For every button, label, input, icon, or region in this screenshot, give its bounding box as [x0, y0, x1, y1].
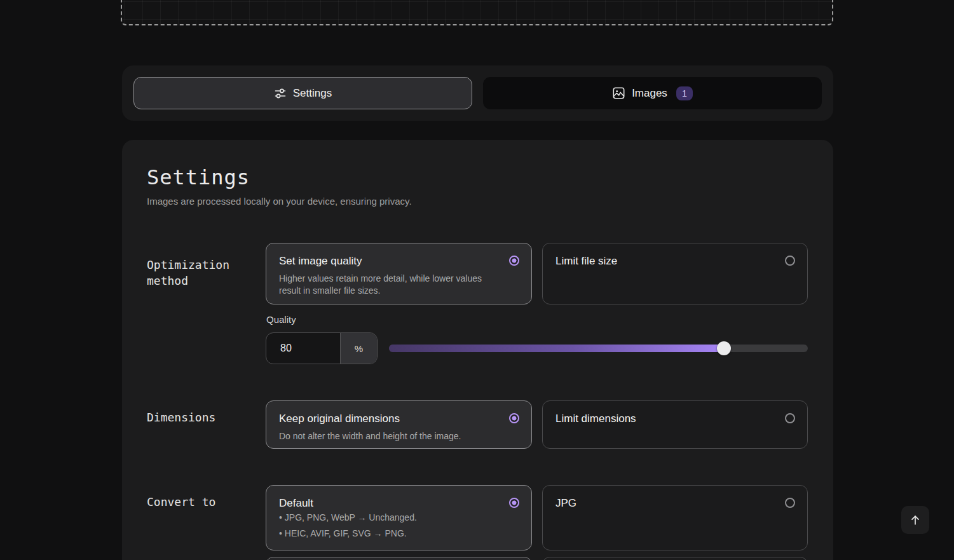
option-card-partial-left[interactable]	[266, 557, 532, 560]
option-title: Keep original dimensions	[279, 413, 519, 425]
quality-input[interactable]	[266, 333, 340, 364]
option-description: Do not alter the width and height of the…	[279, 430, 519, 442]
option-card-convert-jpg[interactable]: JPG	[542, 485, 808, 550]
settings-panel: Settings Images are processed locally on…	[122, 140, 833, 560]
option-title: Default	[279, 497, 519, 510]
option-card-limit-dimensions[interactable]: Limit dimensions	[542, 400, 808, 449]
app-screen: Settings Images 1 Settings Images are pr…	[0, 0, 954, 560]
quality-slider-fill	[389, 345, 724, 352]
quality-unit-label: %	[340, 333, 377, 364]
radio-selected-icon[interactable]	[509, 256, 519, 266]
radio-selected-icon[interactable]	[509, 498, 519, 508]
radio-selected-icon[interactable]	[509, 413, 519, 423]
option-card-set-image-quality[interactable]: Set image quality Higher values retain m…	[266, 243, 532, 304]
option-card-convert-default[interactable]: Default • JPG, PNG, WebP → Unchanged. • …	[266, 485, 532, 550]
image-dropzone[interactable]	[121, 0, 833, 25]
option-title: JPG	[555, 497, 794, 510]
radio-unselected-icon[interactable]	[785, 413, 795, 423]
tab-settings-label: Settings	[293, 87, 332, 100]
option-card-limit-file-size[interactable]: Limit file size	[542, 243, 808, 304]
option-bullet: • HEIC, AVIF, GIF, SVG → PNG.	[279, 526, 519, 542]
arrow-up-icon	[909, 514, 922, 526]
quality-slider-handle[interactable]	[717, 341, 731, 355]
tab-bar: Settings Images 1	[122, 65, 833, 121]
quality-label: Quality	[266, 314, 296, 325]
option-title: Limit file size	[555, 255, 794, 268]
optimization-method-label: Optimization method	[147, 257, 261, 289]
quality-input-group: %	[266, 332, 378, 364]
image-icon	[612, 86, 625, 100]
option-title: Limit dimensions	[555, 413, 794, 425]
tab-images-label: Images	[632, 87, 667, 100]
scroll-to-top-button[interactable]	[901, 506, 929, 534]
page-title: Settings	[147, 165, 250, 189]
radio-unselected-icon[interactable]	[785, 256, 795, 266]
privacy-note: Images are processed locally on your dev…	[147, 196, 412, 207]
convert-to-label: Convert to	[147, 494, 261, 510]
dimensions-label: Dimensions	[147, 409, 261, 425]
sliders-icon	[274, 87, 287, 100]
quality-slider[interactable]	[389, 345, 808, 352]
radio-unselected-icon[interactable]	[785, 498, 795, 508]
option-title: Set image quality	[279, 255, 519, 268]
option-description: Higher values retain more detail, while …	[279, 273, 519, 297]
images-count-badge: 1	[676, 86, 693, 100]
tab-images[interactable]: Images 1	[483, 77, 822, 109]
option-card-partial-right[interactable]	[542, 557, 808, 560]
option-bullet: • JPG, PNG, WebP → Unchanged.	[279, 510, 519, 526]
option-card-keep-original-dimensions[interactable]: Keep original dimensions Do not alter th…	[266, 400, 532, 449]
tab-settings[interactable]: Settings	[133, 77, 472, 109]
